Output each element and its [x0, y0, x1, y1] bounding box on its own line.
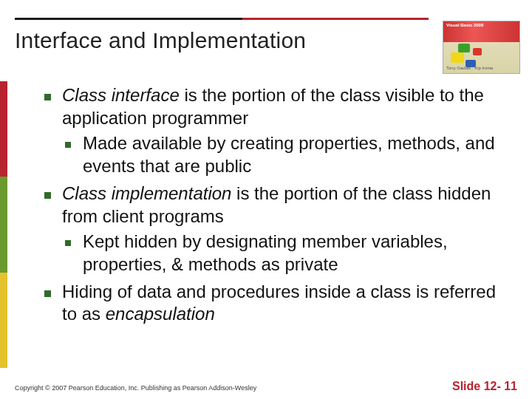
- slide-footer: Copyright © 2007 Pearson Education, Inc.…: [15, 380, 517, 393]
- rule-dark-segment: [15, 18, 242, 20]
- slide-body: Class interface is the portion of the cl…: [0, 81, 532, 368]
- book-cover-bottom-label: Tony Gaddis · Kip Irvine: [446, 66, 493, 70]
- slide: Interface and Implementation Visual Basi…: [0, 0, 532, 399]
- slide-header: Interface and Implementation Visual Basi…: [0, 0, 532, 58]
- emphasis-term: Class interface: [62, 85, 180, 105]
- bullet-text: Made available by creating properties, m…: [83, 133, 495, 176]
- bullet-text: Kept hidden by designating member variab…: [83, 231, 448, 274]
- book-cover-image: Visual Basic 2008 Tony Gaddis · Kip Irvi…: [443, 21, 520, 74]
- page-title: Interface and Implementation: [15, 28, 517, 53]
- emphasis-term: encapsulation: [106, 304, 215, 324]
- color-rail: [0, 81, 7, 368]
- rail-yellow: [0, 273, 7, 368]
- list-item: Class interface is the portion of the cl…: [41, 84, 514, 178]
- bullet-list: Class interface is the portion of the cl…: [41, 84, 514, 326]
- book-cover-top-label: Visual Basic 2008: [446, 23, 483, 28]
- list-item: Made available by creating properties, m…: [62, 132, 514, 177]
- rail-green: [0, 177, 7, 272]
- rule-red-segment: [242, 18, 429, 20]
- header-rule: [15, 18, 429, 20]
- rail-red: [0, 81, 7, 177]
- list-item: Class implementation is the portion of t…: [41, 183, 514, 276]
- content-area: Class interface is the portion of the cl…: [15, 81, 532, 368]
- list-item: Hiding of data and procedures inside a c…: [41, 281, 514, 326]
- slide-number: Slide 12- 11: [452, 380, 517, 393]
- emphasis-term: Class implementation: [62, 183, 231, 203]
- copyright-text: Copyright © 2007 Pearson Education, Inc.…: [15, 384, 256, 392]
- list-item: Kept hidden by designating member variab…: [62, 231, 514, 276]
